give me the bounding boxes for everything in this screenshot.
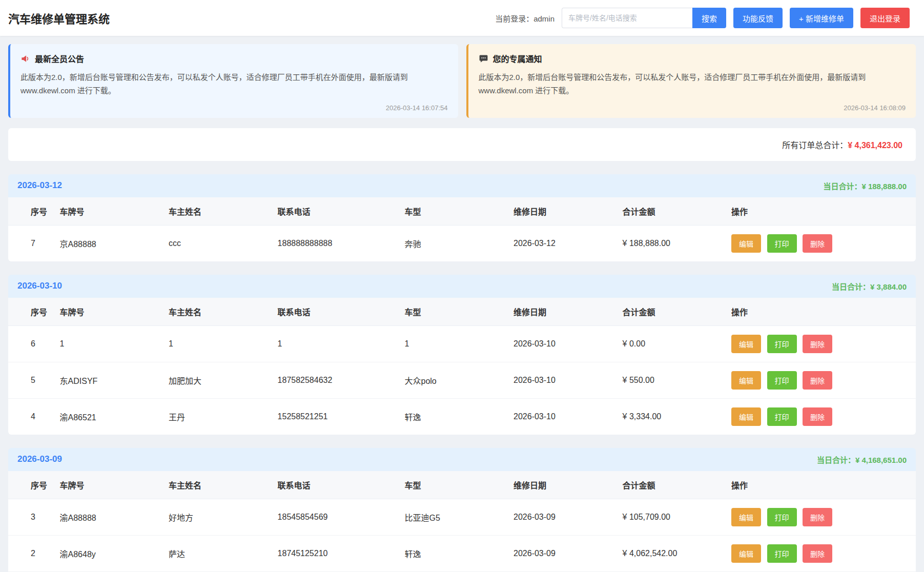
cell-amount: ¥ 4,062,542.00 xyxy=(617,535,726,571)
cell-actions: 编辑 打印 删除 xyxy=(725,499,916,535)
edit-button[interactable]: 编辑 xyxy=(731,234,761,253)
main-content: 最新全员公告 此版本为2.0，新增后台账号管理和公告发布，可以私发个人账号，适合… xyxy=(0,36,924,572)
column-header-owner: 车主姓名 xyxy=(162,197,272,226)
cell-amount: ¥ 0.00 xyxy=(617,325,726,362)
orders-table: 序号 车牌号 车主姓名 联系电话 车型 维修日期 合计金额 操作 6 1 1 1… xyxy=(8,298,916,435)
orders-table: 序号 车牌号 车主姓名 联系电话 车型 维修日期 合计金额 操作 3 渝A888… xyxy=(8,471,916,572)
day-total-amount: ¥ 188,888.00 xyxy=(861,182,907,191)
print-button[interactable]: 打印 xyxy=(767,544,797,563)
search-group: 搜索 xyxy=(562,8,726,28)
order-row: 2 渝A8648y 萨达 18745125210 轩逸 2026-03-09 ¥… xyxy=(8,535,916,571)
column-header-model: 车型 xyxy=(399,298,508,326)
add-order-button[interactable]: + 新增维修单 xyxy=(790,8,853,28)
day-total-label: 当日合计： xyxy=(823,182,861,191)
announcement-title: 最新全员公告 xyxy=(35,52,84,65)
edit-button[interactable]: 编辑 xyxy=(731,544,761,563)
print-button[interactable]: 打印 xyxy=(767,407,797,426)
group-header: 2026-03-10 当日合计：¥ 3,884.00 xyxy=(8,275,916,298)
cell-model: 奔驰 xyxy=(399,225,508,261)
app-title: 汽车维修单管理系统 xyxy=(8,10,110,26)
cell-date: 2026-03-10 xyxy=(507,362,617,398)
delete-button[interactable]: 删除 xyxy=(803,335,832,353)
column-header-date: 维修日期 xyxy=(507,471,617,499)
delete-button[interactable]: 删除 xyxy=(803,407,832,426)
table-header-row: 序号 车牌号 车主姓名 联系电话 车型 维修日期 合计金额 操作 xyxy=(8,298,916,326)
cell-actions: 编辑 打印 删除 xyxy=(725,535,916,571)
column-header-owner: 车主姓名 xyxy=(162,298,272,326)
edit-button[interactable]: 编辑 xyxy=(731,508,761,526)
cell-seq: 2 xyxy=(8,535,54,571)
cell-seq: 3 xyxy=(8,499,54,535)
day-total-label: 当日合计： xyxy=(817,456,855,464)
edit-button[interactable]: 编辑 xyxy=(731,407,761,426)
print-button[interactable]: 打印 xyxy=(767,508,797,526)
delete-button[interactable]: 删除 xyxy=(803,508,832,526)
delete-button[interactable]: 删除 xyxy=(803,544,832,563)
group-rows: 6 1 1 1 1 2026-03-10 ¥ 0.00 编辑 打印 删除 5 东… xyxy=(8,325,916,435)
column-header-model: 车型 xyxy=(399,197,508,226)
notices-section: 最新全员公告 此版本为2.0，新增后台账号管理和公告发布，可以私发个人账号，适合… xyxy=(8,44,916,118)
order-row: 7 京A88888 ccc 188888888888 奔驰 2026-03-12… xyxy=(8,225,916,261)
group-date: 2026-03-09 xyxy=(17,454,62,464)
personal-notice-title: 您的专属通知 xyxy=(493,52,542,65)
cell-plate: 东ADISYF xyxy=(54,362,163,398)
print-button[interactable]: 打印 xyxy=(767,234,797,253)
cell-seq: 5 xyxy=(8,362,54,398)
group-date: 2026-03-10 xyxy=(17,281,62,291)
column-header-phone: 联系电话 xyxy=(272,471,399,499)
column-header-actions: 操作 xyxy=(725,471,916,499)
cell-date: 2026-03-10 xyxy=(507,325,617,362)
delete-button[interactable]: 删除 xyxy=(803,371,832,390)
cell-model: 大众polo xyxy=(399,362,508,398)
cell-actions: 编辑 打印 删除 xyxy=(725,225,916,261)
feedback-button[interactable]: 功能反馈 xyxy=(733,8,783,28)
day-total: 当日合计：¥ 4,168,651.00 xyxy=(817,454,907,465)
cell-model: 比亚迪G5 xyxy=(399,499,508,535)
group-date: 2026-03-12 xyxy=(17,180,62,191)
cell-actions: 编辑 打印 删除 xyxy=(725,398,916,435)
print-button[interactable]: 打印 xyxy=(767,371,797,390)
cell-owner: ccc xyxy=(162,225,272,261)
cell-date: 2026-03-12 xyxy=(507,225,617,261)
cell-plate: 渝A88888 xyxy=(54,499,163,535)
edit-button[interactable]: 编辑 xyxy=(731,335,761,353)
cell-date: 2026-03-09 xyxy=(507,535,617,571)
current-username: admin xyxy=(533,14,555,23)
cell-amount: ¥ 3,334.00 xyxy=(617,398,726,435)
cell-amount: ¥ 105,709.00 xyxy=(617,499,726,535)
logout-button[interactable]: 退出登录 xyxy=(860,8,910,28)
search-input[interactable] xyxy=(562,8,692,28)
day-total-label: 当日合计： xyxy=(832,282,870,291)
cell-plate: 1 xyxy=(54,325,163,362)
day-total-amount: ¥ 3,884.00 xyxy=(870,282,907,291)
group-rows: 3 渝A88888 好地方 18545854569 比亚迪G5 2026-03-… xyxy=(8,499,916,572)
cell-plate: 京A88888 xyxy=(54,225,163,261)
search-button[interactable]: 搜索 xyxy=(692,8,726,28)
cell-phone: 18545854569 xyxy=(272,499,399,535)
edit-button[interactable]: 编辑 xyxy=(731,371,761,390)
order-row: 4 渝A86521 王丹 15258521251 轩逸 2026-03-10 ¥… xyxy=(8,398,916,435)
orders-total-label: 所有订单总合计： xyxy=(782,141,848,150)
chat-bubble-icon xyxy=(479,54,488,64)
column-header-plate: 车牌号 xyxy=(54,197,163,226)
cell-model: 轩逸 xyxy=(399,398,508,435)
column-header-seq: 序号 xyxy=(8,197,54,226)
cell-actions: 编辑 打印 删除 xyxy=(725,362,916,398)
print-button[interactable]: 打印 xyxy=(767,335,797,353)
cell-actions: 编辑 打印 删除 xyxy=(725,325,916,362)
cell-model: 1 xyxy=(399,325,508,362)
column-header-phone: 联系电话 xyxy=(272,197,399,226)
personal-notice-timestamp: 2026-03-14 16:08:09 xyxy=(479,104,906,112)
table-header-row: 序号 车牌号 车主姓名 联系电话 车型 维修日期 合计金额 操作 xyxy=(8,471,916,499)
announcement-title-row: 最新全员公告 xyxy=(20,52,448,65)
column-header-amount: 合计金额 xyxy=(617,298,726,326)
megaphone-icon xyxy=(20,54,30,64)
cell-phone: 187582584632 xyxy=(272,362,399,398)
delete-button[interactable]: 删除 xyxy=(803,234,832,253)
personal-notice-title-row: 您的专属通知 xyxy=(479,52,906,65)
cell-phone: 188888888888 xyxy=(272,225,399,261)
order-row: 3 渝A88888 好地方 18545854569 比亚迪G5 2026-03-… xyxy=(8,499,916,535)
order-group: 2026-03-12 当日合计：¥ 188,888.00 序号 车牌号 车主姓名… xyxy=(8,174,916,261)
current-login: 当前登录：admin xyxy=(495,13,555,24)
cell-phone: 18745125210 xyxy=(272,535,399,571)
